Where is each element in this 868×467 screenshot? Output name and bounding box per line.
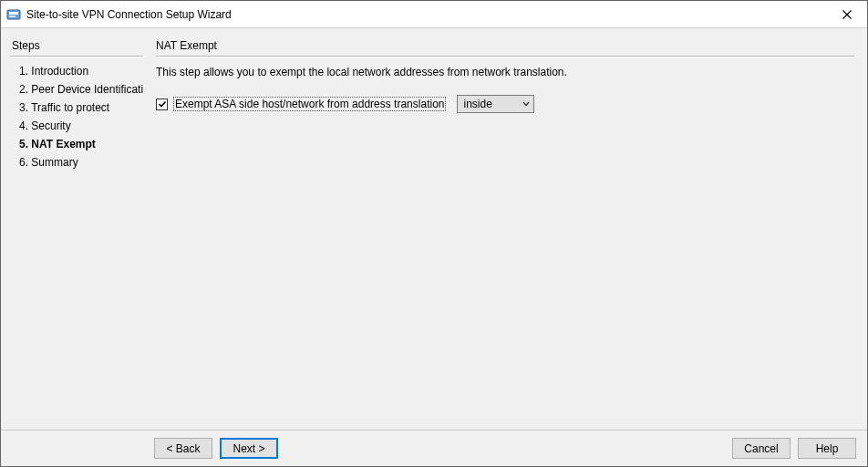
footer: < Back Next > Cancel Help <box>1 430 867 466</box>
interface-dropdown-value: inside <box>463 98 491 110</box>
step-security: 4. Security <box>10 117 143 135</box>
step-traffic: 3. Traffic to protect <box>10 99 143 117</box>
next-button[interactable]: Next > <box>220 438 278 459</box>
page-description: This step allows you to exempt the local… <box>156 66 854 78</box>
back-button[interactable]: < Back <box>154 438 212 459</box>
titlebar: Site-to-site VPN Connection Setup Wizard <box>1 1 867 28</box>
exempt-checkbox-label[interactable]: Exempt ASA side host/network from addres… <box>173 97 446 111</box>
steps-sidebar: Steps 1. Introduction 2. Peer Device Ide… <box>1 28 147 430</box>
app-icon <box>6 7 21 22</box>
exempt-checkbox[interactable] <box>156 99 168 110</box>
page-title: NAT Exempt <box>156 39 854 52</box>
main-separator <box>156 56 854 57</box>
chevron-down-icon <box>522 99 530 109</box>
step-summary: 6. Summary <box>10 153 143 171</box>
step-peer-device: 2. Peer Device Identificatio <box>10 80 143 99</box>
svg-rect-2 <box>9 16 16 17</box>
exempt-row: Exempt ASA side host/network from addres… <box>156 95 854 113</box>
close-button[interactable] <box>826 1 867 27</box>
close-icon <box>842 10 852 19</box>
check-icon <box>158 99 167 109</box>
help-button[interactable]: Help <box>798 438 856 459</box>
step-introduction: 1. Introduction <box>10 62 143 80</box>
cancel-button[interactable]: Cancel <box>732 438 790 459</box>
sidebar-separator <box>10 56 143 57</box>
window-title: Site-to-site VPN Connection Setup Wizard <box>26 8 232 21</box>
sidebar-heading: Steps <box>10 39 143 52</box>
svg-rect-1 <box>9 12 18 15</box>
step-nat-exempt: 5. NAT Exempt <box>10 135 143 153</box>
main-panel: NAT Exempt This step allows you to exemp… <box>147 28 867 430</box>
interface-dropdown[interactable]: inside <box>457 95 534 113</box>
